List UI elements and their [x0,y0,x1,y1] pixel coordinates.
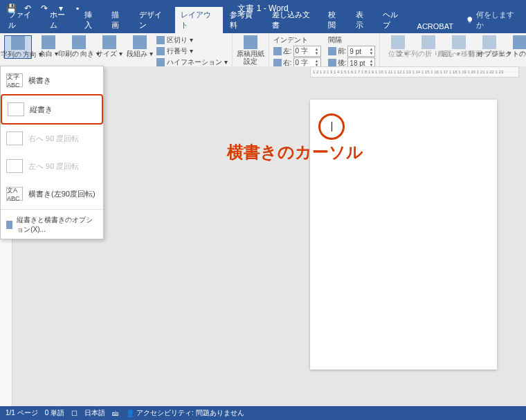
backward-icon [482,35,496,49]
tab-review[interactable]: 校閲 [323,7,348,33]
status-page[interactable]: 1/1 ページ [6,408,38,418]
wrap-icon [421,35,435,49]
indent-left-row: 左: 0 字▲▼ [273,46,321,57]
selection-pane-icon [513,35,526,49]
tab-help[interactable]: ヘルプ [377,7,410,33]
tab-design[interactable]: デザイン [134,7,174,33]
indent-left-icon [273,47,282,55]
status-accessibility[interactable]: 👤 アクセシビリティ: 問題ありません [126,408,244,418]
dd-separator [1,209,103,210]
dd-vertical-icon [8,102,24,116]
lightbulb-icon [466,16,474,24]
genkou-icon [244,35,257,49]
tab-tell-me[interactable]: 何をしますか [460,7,526,33]
spacing-before-icon [328,47,336,55]
dd-rotate-right-icon [6,131,23,145]
text-direction-icon [11,36,25,50]
columns-label: 段組み ▾ [127,50,153,57]
text-direction-button[interactable]: 文字列の 方向 ▾ [4,35,32,59]
genkou-button[interactable]: 原稿用紙設定 [237,35,264,65]
text-direction-dropdown: 文字 ABC 横書き 縦書き 右へ 90 度回転 左へ 90 度回転 文A AB… [0,66,104,239]
forward-icon [452,35,466,49]
breaks-icon [156,36,165,44]
tab-insert[interactable]: 挿入 [79,7,105,33]
document-title: 文書 1 - Word [237,3,288,15]
dd-item-horizontal[interactable]: 文字 ABC 横書き [1,66,103,94]
dd-rotate-left-icon [6,159,23,173]
size-label: サイズ ▾ [96,50,123,57]
statusbar: 1/1 ページ 0 単語 ☐ 日本語 🖮 👤 アクセシビリティ: 問題ありません [0,406,526,420]
accessibility-icon: 👤 [126,410,134,417]
orientation-button[interactable]: 印刷の 向き ▾ [65,35,93,57]
indent-left-input[interactable]: 0 字▲▼ [293,46,321,57]
document-page[interactable] [310,100,497,369]
dd-item-horizontal-rotated[interactable]: 文A ABC 横書き(左90度回転) [1,180,103,208]
dd-item-rotate-left[interactable]: 左へ 90 度回転 [1,152,103,180]
size-button[interactable]: サイズ ▾ [96,35,123,57]
status-word-count[interactable]: 0 単語 [45,408,64,418]
dd-item-rotate-right[interactable]: 右へ 90 度回転 [1,125,103,152]
send-backward-button[interactable]: 背面へ 移動 ▾ [475,35,503,57]
tab-layout[interactable]: レイアウト [175,7,223,33]
status-language[interactable]: 日本語 [84,408,105,418]
tab-draw[interactable]: 描画 [106,7,132,33]
hyphenation-icon [156,58,165,66]
tab-acrobat[interactable]: ACROBAT [412,19,459,33]
line-numbers-button[interactable]: 行番号 ▾ [156,46,228,56]
dd-options-icon [6,221,12,229]
tab-file[interactable]: ファイル [3,7,43,33]
hyphenation-button[interactable]: ハイフネーション ▾ [156,57,228,67]
status-insert-mode[interactable]: 🖮 [112,410,119,417]
indent-label: インデント [273,35,321,45]
spacing-label: 間隔 [328,35,376,45]
spacing-before-input[interactable]: 9 pt▲▼ [347,46,375,57]
tab-view[interactable]: 表示 [350,7,376,33]
size-icon [102,35,116,49]
columns-icon [133,35,147,49]
annotation-text: 横書きのカーソル [227,141,363,163]
status-lang-check-icon[interactable]: ☐ [71,410,78,417]
cursor-callout-circle [318,113,345,140]
dd-options[interactable]: 縦書きと横書きのオプション(X)... [1,211,103,239]
margins-label: 余白 ▾ [39,50,58,57]
columns-button[interactable]: 段組み ▾ [126,35,154,57]
orientation-label: 印刷の 向き ▾ [58,50,100,57]
ribbon-tabs: ファイル ホーム 挿入 描画 デザイン レイアウト 参考資料 差し込み文書 校閲… [0,17,526,33]
text-cursor-icon [332,122,332,131]
dd-item-vertical[interactable]: 縦書き [1,94,103,125]
spacing-before-row: 前: 9 pt▲▼ [328,46,376,57]
position-icon [391,35,405,49]
breaks-button[interactable]: 区切り ▾ [156,35,228,45]
orientation-icon [72,35,86,49]
genkou-label: 原稿用紙設定 [237,50,264,65]
dd-horizontal-rotated-icon: 文A ABC [6,187,23,201]
tell-me-label: 何をしますか [476,10,520,30]
margins-icon [42,35,55,49]
tab-home[interactable]: ホーム [44,7,78,33]
horizontal-ruler[interactable]: 1 2 1 2 1 3 1 4 1 5 1 6 1 7 1 8 1 9 1 10… [310,66,519,77]
line-numbers-icon [156,47,165,55]
dd-horizontal-icon: 文字 ABC [6,73,23,87]
